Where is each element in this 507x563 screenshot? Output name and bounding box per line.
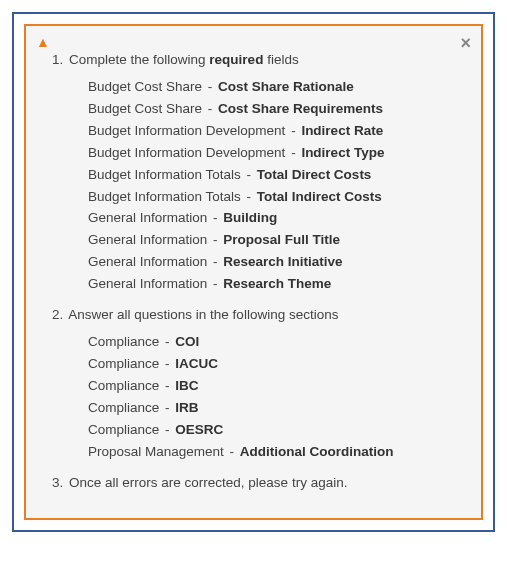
section-text-prefix: Complete the following [69,52,209,67]
field-category: Compliance [88,356,159,371]
field-list: Budget Cost Share - Cost Share Rationale… [88,77,463,295]
separator: - [161,356,173,371]
field-category: Compliance [88,400,159,415]
section-text-bold: required [209,52,263,67]
field-category: Compliance [88,334,159,349]
separator: - [204,79,216,94]
field-name: IACUC [175,356,218,371]
field-name: OESRC [175,422,223,437]
outer-frame: ▲ × 1. Complete the following required f… [12,12,495,532]
field-name: Cost Share Requirements [218,101,383,116]
field-name: Cost Share Rationale [218,79,354,94]
validation-dialog: ▲ × 1. Complete the following required f… [24,24,483,520]
list-item: Budget Cost Share - Cost Share Requireme… [88,99,463,120]
separator: - [161,400,173,415]
list-item: Compliance - IBC [88,376,463,397]
separator: - [226,444,238,459]
field-category: General Information [88,276,207,291]
separator: - [287,145,299,160]
close-icon[interactable]: × [460,34,471,52]
dialog-content: 1. Complete the following required field… [44,50,463,494]
list-item: General Information - Research Theme [88,274,463,295]
field-name: IRB [175,400,198,415]
field-name: Proposal Full Title [223,232,340,247]
field-category: Budget Cost Share [88,101,202,116]
list-item: Budget Information Development - Indirec… [88,143,463,164]
field-category: General Information [88,254,207,269]
separator: - [161,334,173,349]
separator: - [243,189,255,204]
section-heading: 2. Answer all questions in the following… [52,305,463,326]
field-category: Compliance [88,378,159,393]
section-number: 1. [52,52,63,67]
field-category: Budget Cost Share [88,79,202,94]
list-item: Compliance - IACUC [88,354,463,375]
section-text-suffix: fields [263,52,298,67]
section-number: 3. [52,475,63,490]
section-heading: 3. Once all errors are corrected, please… [52,473,463,494]
field-name: Total Indirect Costs [257,189,382,204]
list-item: General Information - Proposal Full Titl… [88,230,463,251]
list-item: Compliance - OESRC [88,420,463,441]
field-name: Research Initiative [223,254,342,269]
section-heading: 1. Complete the following required field… [52,50,463,71]
field-name: Additional Coordination [240,444,394,459]
section-number: 2. [52,307,63,322]
list-item: Budget Information Totals - Total Direct… [88,165,463,186]
list-item: Budget Information Totals - Total Indire… [88,187,463,208]
separator: - [209,210,221,225]
field-category: Compliance [88,422,159,437]
field-category: Proposal Management [88,444,224,459]
field-category: Budget Information Totals [88,167,241,182]
field-name: Total Direct Costs [257,167,372,182]
section-text-prefix: Once all errors are corrected, please tr… [69,475,347,490]
warning-icon: ▲ [36,34,50,50]
list-item: General Information - Research Initiativ… [88,252,463,273]
field-category: General Information [88,232,207,247]
separator: - [204,101,216,116]
separator: - [243,167,255,182]
field-category: Budget Information Development [88,145,285,160]
field-list: Compliance - COI Compliance - IACUC Comp… [88,332,463,463]
field-category: Budget Information Totals [88,189,241,204]
list-item: Budget Cost Share - Cost Share Rationale [88,77,463,98]
field-name: IBC [175,378,198,393]
field-name: Research Theme [223,276,331,291]
separator: - [287,123,299,138]
field-name: Indirect Rate [301,123,383,138]
list-item: Compliance - COI [88,332,463,353]
list-item: Compliance - IRB [88,398,463,419]
field-category: Budget Information Development [88,123,285,138]
list-item: Budget Information Development - Indirec… [88,121,463,142]
list-item: General Information - Building [88,208,463,229]
separator: - [209,276,221,291]
field-name: COI [175,334,199,349]
field-category: General Information [88,210,207,225]
separator: - [209,254,221,269]
field-name: Indirect Type [301,145,384,160]
separator: - [161,378,173,393]
field-name: Building [223,210,277,225]
separator: - [209,232,221,247]
section-text-prefix: Answer all questions in the following se… [68,307,338,322]
separator: - [161,422,173,437]
list-item: Proposal Management - Additional Coordin… [88,442,463,463]
